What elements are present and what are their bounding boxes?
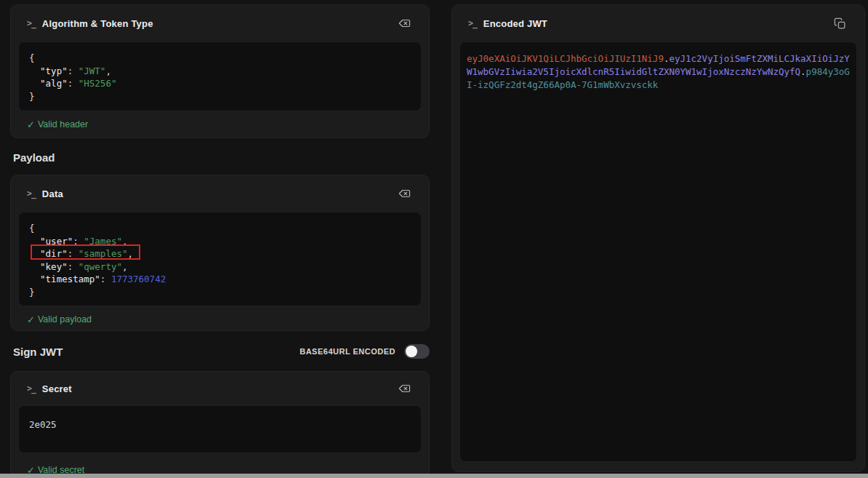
jwt-separator: .: [800, 66, 806, 77]
encoded-jwt-title: Encoded JWT: [483, 18, 547, 29]
clear-secret-button[interactable]: [396, 381, 412, 397]
data-card-header: >_ Data: [11, 175, 429, 212]
secret-card-title: Secret: [42, 383, 72, 394]
terminal-prompt-icon: >_: [27, 18, 36, 28]
payload-status: ✓ Valid payload: [11, 306, 429, 332]
decoder-column: >_ Algorithm & Token Type { "typ": "JWT"…: [10, 4, 430, 478]
header-status: ✓ Valid header: [11, 111, 429, 138]
copy-icon: [834, 17, 846, 30]
algorithm-token-type-card: >_ Algorithm & Token Type { "typ": "JWT"…: [10, 4, 430, 138]
backspace-delete-icon: [398, 187, 411, 200]
backspace-delete-icon: [398, 382, 411, 395]
secret-value: 2e025: [19, 406, 421, 444]
header-status-label: Valid header: [38, 119, 88, 130]
copy-jwt-button[interactable]: [832, 15, 848, 31]
jwt-debugger-page: >_ Algorithm & Token Type { "typ": "JWT"…: [0, 0, 868, 478]
payload-status-label: Valid payload: [38, 314, 92, 324]
header-json-editor[interactable]: { "typ": "JWT", "alg": "HS256"}: [18, 41, 422, 111]
base64url-toggle[interactable]: [404, 344, 430, 359]
horizontal-scrollbar[interactable]: [0, 474, 868, 478]
sign-jwt-row: Sign JWT BASE64URL ENCODED: [10, 342, 430, 361]
encoded-jwt-header: >_ Encoded JWT: [452, 5, 864, 41]
algorithm-card-title: Algorithm & Token Type: [42, 18, 153, 29]
base64url-toggle-group: BASE64URL ENCODED: [300, 344, 430, 359]
secret-editor[interactable]: 2e025: [18, 405, 422, 453]
terminal-prompt-icon: >_: [27, 188, 36, 199]
algorithm-card-header: >_ Algorithm & Token Type: [11, 5, 429, 41]
clear-payload-button[interactable]: [396, 186, 412, 202]
encoded-jwt-card: >_ Encoded JWT eyJ0eXAiOiJKV1QiLCJhbGciO…: [451, 4, 865, 472]
check-icon: ✓: [27, 314, 35, 325]
jwt-header-segment: eyJ0eXAiOiJKV1QiLCJhbGciOiJIUzI1NiJ9: [467, 53, 664, 64]
header-json-code: { "typ": "JWT", "alg": "HS256"}: [19, 42, 421, 112]
check-icon: ✓: [27, 119, 35, 130]
toggle-knob: [406, 346, 417, 357]
secret-card-header: >_ Secret: [11, 372, 429, 405]
payload-data-card: >_ Data { "user": "James", "dir": "sampl…: [10, 175, 430, 331]
terminal-prompt-icon: >_: [27, 383, 36, 394]
sign-jwt-heading: Sign JWT: [10, 346, 63, 358]
terminal-prompt-icon: >_: [468, 18, 477, 28]
data-card-title: Data: [42, 188, 63, 199]
jwt-token-text: eyJ0eXAiOiJKV1QiLCJhbGciOiJIUzI1NiJ9.eyJ…: [460, 42, 851, 92]
base64url-encoded-label: BASE64URL ENCODED: [300, 347, 395, 356]
payload-json-code: { "user": "James", "dir": "samples", "ke…: [19, 212, 421, 308]
payload-section-heading: Payload: [10, 151, 430, 165]
encoder-column: >_ Encoded JWT eyJ0eXAiOiJKV1QiLCJhbGciO…: [451, 4, 865, 472]
secret-card: >_ Secret 2e025 ✓ Valid: [10, 371, 430, 478]
backspace-delete-icon: [398, 17, 411, 30]
payload-json-editor[interactable]: { "user": "James", "dir": "samples", "ke…: [18, 212, 422, 306]
clear-header-button[interactable]: [396, 15, 412, 31]
encoded-jwt-editor[interactable]: eyJ0eXAiOiJKV1QiLCJhbGciOiJIUzI1NiJ9.eyJ…: [459, 41, 857, 462]
